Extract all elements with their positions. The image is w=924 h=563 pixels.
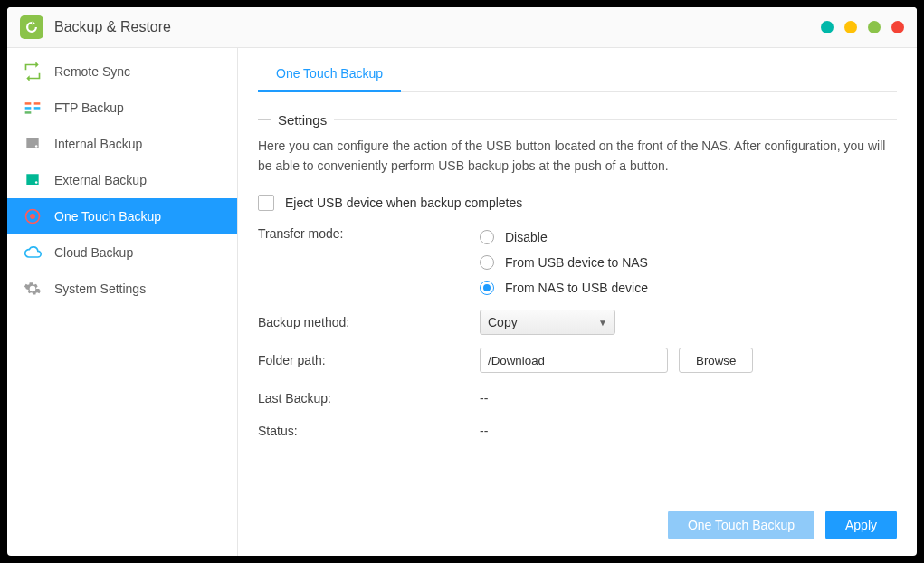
transfer-option-nas-to-usb[interactable]: From NAS to USB device: [480, 281, 648, 295]
radio-icon: [480, 281, 494, 295]
svg-rect-4: [25, 111, 32, 114]
svg-rect-3: [34, 107, 41, 110]
sidebar-item-label: Cloud Backup: [54, 245, 133, 260]
svg-rect-0: [25, 102, 32, 105]
sidebar-item-label: FTP Backup: [54, 100, 124, 115]
window-help-button[interactable]: [821, 21, 834, 33]
titlebar: Backup & Restore: [7, 7, 917, 48]
transfer-row: Transfer mode: Disable From USB device t…: [258, 226, 897, 299]
tabs: One Touch Backup: [258, 55, 897, 92]
window-controls: [821, 21, 904, 33]
transfer-option-usb-to-nas[interactable]: From USB device to NAS: [480, 255, 648, 270]
radio-icon: [480, 230, 494, 244]
one-touch-icon: [24, 207, 42, 225]
eject-row: Eject USB device when backup completes: [258, 188, 897, 217]
sidebar-item-one-touch-backup[interactable]: One Touch Backup: [7, 198, 237, 234]
svg-point-5: [35, 145, 38, 148]
settings-group: Settings Here you can configure the acti…: [258, 112, 897, 449]
svg-rect-2: [25, 107, 32, 110]
sidebar-item-external-backup[interactable]: External Backup: [7, 162, 237, 198]
radio-icon: [480, 255, 494, 270]
folder-path-label: Folder path:: [258, 353, 480, 367]
sidebar-item-label: Remote Sync: [54, 64, 130, 79]
folder-path-input[interactable]: [480, 348, 668, 373]
app-title: Backup & Restore: [54, 19, 171, 35]
select-value: Copy: [488, 315, 518, 329]
apply-button[interactable]: Apply: [825, 511, 897, 539]
radio-label: From USB device to NAS: [505, 255, 648, 270]
tab-one-touch-backup[interactable]: One Touch Backup: [258, 55, 401, 92]
one-touch-backup-button[interactable]: One Touch Backup: [668, 511, 814, 539]
sidebar: Remote Sync FTP Backup Internal Backup E…: [7, 48, 238, 556]
backup-method-select[interactable]: Copy ▼: [480, 310, 615, 335]
svg-rect-1: [34, 102, 41, 105]
sidebar-item-system-settings[interactable]: System Settings: [7, 271, 237, 307]
eject-label: Eject USB device when backup completes: [285, 196, 522, 210]
window-maximize-button[interactable]: [868, 21, 881, 33]
last-backup-value: --: [480, 391, 488, 406]
radio-label: From NAS to USB device: [505, 281, 648, 295]
chevron-down-icon: ▼: [598, 318, 607, 328]
sidebar-item-label: One Touch Backup: [54, 209, 161, 224]
backup-method-label: Backup method:: [258, 315, 480, 329]
browse-button[interactable]: Browse: [679, 348, 753, 373]
svg-point-6: [35, 181, 38, 184]
window-close-button[interactable]: [891, 21, 904, 33]
sidebar-item-label: Internal Backup: [54, 137, 142, 151]
status-label: Status:: [258, 424, 480, 438]
sidebar-item-label: System Settings: [54, 282, 146, 296]
sidebar-item-ftp-backup[interactable]: FTP Backup: [7, 90, 237, 126]
body: Remote Sync FTP Backup Internal Backup E…: [7, 48, 917, 556]
gear-icon: [24, 280, 42, 298]
sync-icon: [24, 62, 42, 81]
footer: One Touch Backup Apply: [258, 501, 897, 539]
radio-label: Disable: [505, 230, 548, 244]
backup-method-row: Backup method: Copy ▼: [258, 308, 897, 337]
window-minimize-button[interactable]: [844, 21, 857, 33]
ftp-icon: [24, 99, 42, 117]
transfer-option-disable[interactable]: Disable: [480, 230, 648, 244]
folder-path-row: Folder path: Browse: [258, 346, 897, 375]
status-value: --: [480, 424, 488, 438]
main-panel: One Touch Backup Settings Here you can c…: [238, 48, 917, 556]
external-backup-icon: [24, 171, 42, 189]
sidebar-item-label: External Backup: [54, 173, 147, 187]
app-icon: [20, 15, 43, 39]
svg-point-8: [30, 214, 35, 219]
cloud-icon: [24, 243, 42, 262]
last-backup-row: Last Backup: --: [258, 384, 897, 413]
transfer-mode-options: Disable From USB device to NAS From NAS …: [480, 226, 648, 299]
last-backup-label: Last Backup:: [258, 391, 480, 406]
settings-description: Here you can configure the action of the…: [258, 137, 897, 176]
sidebar-item-remote-sync[interactable]: Remote Sync: [7, 53, 237, 90]
sidebar-item-cloud-backup[interactable]: Cloud Backup: [7, 234, 237, 271]
app-window: Backup & Restore Remote Sync FTP Backup: [7, 7, 917, 556]
internal-backup-icon: [24, 135, 42, 153]
status-row: Status: --: [258, 416, 897, 445]
group-heading: Settings: [258, 112, 897, 128]
eject-checkbox[interactable]: [258, 195, 274, 211]
transfer-mode-label: Transfer mode:: [258, 226, 480, 241]
sidebar-item-internal-backup[interactable]: Internal Backup: [7, 126, 237, 162]
